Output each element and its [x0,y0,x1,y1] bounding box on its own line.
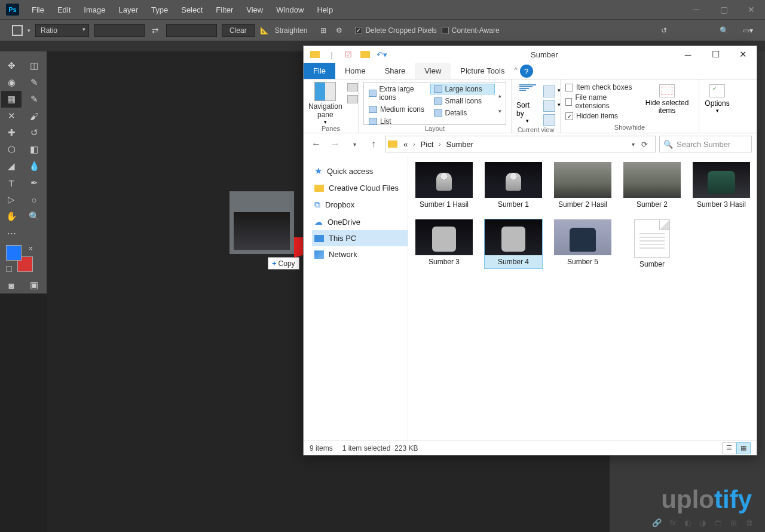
refresh-icon[interactable]: ⟳ [636,140,653,149]
path-select-tool[interactable]: ▷ [1,191,22,208]
size-columns-button[interactable] [543,114,555,126]
file-item[interactable]: Sumber 2 [623,162,681,209]
swap-colors-icon[interactable]: ⤭ [28,245,33,252]
lasso-tool[interactable]: ◉ [1,74,22,91]
marquee-tool[interactable]: ◫ [24,57,44,74]
quickmask-tool[interactable]: ◙ [1,277,22,293]
details-view-button[interactable]: ☰ [722,442,736,454]
menu-image[interactable]: Image [77,5,112,14]
layout-large[interactable]: Large icons [430,84,495,94]
type-tool[interactable]: T [1,175,22,191]
details-pane-button[interactable] [347,95,358,103]
straighten-icon[interactable]: 📐 [259,25,270,36]
properties-icon[interactable]: ☑ [342,48,355,60]
layout-extra-large[interactable]: Extra large icons [365,84,430,103]
add-columns-button[interactable]: ▾ [543,100,555,112]
ps-maximize[interactable]: ▢ [710,2,738,17]
navigation-pane-button[interactable]: Navigation pane ▾ [308,82,342,125]
help-icon[interactable]: ? [520,65,533,78]
nav-this-pc[interactable]: This PC [312,230,408,246]
clear-button[interactable]: Clear [222,24,255,37]
grid-icon[interactable]: ⊞ [318,25,329,36]
nav-onedrive[interactable]: ☁OneDrive [312,213,408,230]
pen-tool[interactable]: ✒ [24,175,44,191]
options-button[interactable]: Options ▾ [704,82,730,114]
recent-dropdown[interactable]: ▾ [347,136,362,152]
chevron-icon[interactable]: › [437,141,442,148]
file-item[interactable]: Sumber 1 Hasil [415,162,473,209]
sort-by-button[interactable]: Sort by▾ [516,84,538,126]
explorer-close[interactable]: ✕ [729,46,757,63]
search-input[interactable]: 🔍 Search Sumber [659,136,752,152]
healing-tool[interactable]: ✚ [1,124,22,141]
frame-tool[interactable]: ✕ [1,108,22,124]
history-brush[interactable]: ↺ [24,124,44,141]
delete-cropped-checkbox[interactable]: Delete Cropped Pixels [355,26,436,35]
item-checkboxes-toggle[interactable]: Item check boxes [565,83,633,91]
zoom-tool[interactable]: 🔍 [24,208,44,225]
search-icon[interactable]: 🔍 [718,25,729,36]
content-aware-checkbox[interactable]: Content-Aware [442,26,500,35]
breadcrumb-sumber[interactable]: Sumber [444,140,476,149]
reset-icon[interactable]: ↺ [659,25,669,36]
menu-layer[interactable]: Layer [112,5,145,14]
layout-small[interactable]: Small icons [430,96,495,106]
file-item[interactable]: Sumber 3 Hasil [693,162,750,209]
eyedropper-tool[interactable]: ✎ [24,91,44,108]
chevron-icon[interactable]: › [411,141,417,148]
file-item-selected[interactable]: Sumber 4 [485,219,542,268]
undo-icon[interactable]: ↶▾ [375,48,388,60]
menu-type[interactable]: Type [145,5,175,14]
file-item[interactable]: Sumber [623,219,681,268]
default-colors-icon[interactable] [6,266,12,272]
explorer-titlebar[interactable]: | ☑ ↶▾ Sumber ─ ☐ ✕ [304,46,757,63]
screenmode-tool[interactable]: ▣ [24,277,44,293]
workspace-icon[interactable]: ▭▾ [742,25,753,36]
back-button[interactable]: ← [308,136,324,152]
tab-view[interactable]: View [415,63,451,79]
menu-view[interactable]: View [240,5,270,14]
clone-tool[interactable]: ⬡ [1,141,22,158]
explorer-maximize[interactable]: ☐ [702,46,729,63]
address-dropdown[interactable]: ▾ [632,141,635,148]
menu-help[interactable]: Help [310,5,339,14]
quick-select-tool[interactable]: ✎ [24,74,44,91]
address-bar[interactable]: « › Pict › Sumber ▾ ⟳ [385,136,656,152]
file-item[interactable]: Sumber 1 [485,162,542,209]
crop-tool[interactable]: ▦ [1,91,22,108]
color-swatches[interactable]: ⤭ [6,245,33,272]
file-extensions-toggle[interactable]: File name extensions [565,93,633,110]
ps-close[interactable]: ✕ [738,2,765,17]
gradient-tool[interactable]: ◢ [1,158,22,175]
menu-filter[interactable]: Filter [209,5,240,14]
icons-view-button[interactable]: ▦ [736,442,751,454]
crop-tool-icon[interactable] [12,25,23,36]
layout-details[interactable]: Details [430,108,495,118]
tab-home[interactable]: Home [335,63,375,79]
more-tools[interactable]: ⋯ [1,225,22,241]
hand-tool[interactable]: ✋ [1,208,22,225]
width-field[interactable] [94,24,145,37]
breadcrumb-pict[interactable]: Pict [418,140,436,149]
nav-dropbox[interactable]: ⧉Dropbox [312,196,408,213]
file-item[interactable]: Sumber 3 [415,219,473,268]
explorer-minimize[interactable]: ─ [674,46,702,63]
swap-icon[interactable]: ⇄ [149,26,161,35]
preview-pane-button[interactable] [347,83,358,91]
tab-picture-tools[interactable]: Picture Tools [451,63,514,79]
scroll-down-icon[interactable]: ▾ [495,108,504,114]
breadcrumb-dots[interactable]: « [401,140,410,149]
height-field[interactable] [166,24,217,37]
menu-select[interactable]: Select [175,5,209,14]
shape-tool[interactable]: ○ [24,191,44,208]
brush-tool[interactable]: 🖌 [24,108,44,124]
up-button[interactable]: ↑ [366,136,381,152]
file-grid[interactable]: Sumber 1 Hasil Sumber 1 Sumber 2 Hasil S… [408,155,757,441]
gear-icon[interactable]: ⚙ [333,25,344,36]
file-item[interactable]: Sumber 5 [554,219,611,268]
ratio-dropdown[interactable]: Ratio [35,24,89,37]
tab-file[interactable]: File [304,63,335,79]
menu-edit[interactable]: Edit [51,5,77,14]
nav-quick-access[interactable]: ★Quick access [312,162,408,180]
hide-selected-button[interactable]: Hide selected items [640,83,694,120]
